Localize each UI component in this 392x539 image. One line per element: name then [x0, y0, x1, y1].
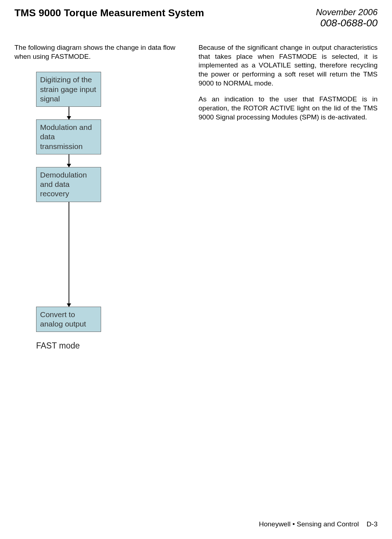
- flow-box-convert: Convert to analog output: [36, 307, 101, 332]
- paragraph-volatile: Because of the significant change in out…: [199, 43, 378, 88]
- footer-page-number: D-3: [366, 520, 378, 528]
- arrow-icon: [69, 202, 69, 307]
- document-date: November 2006: [316, 7, 378, 17]
- flow-box-modulation: Modulation and data transmission: [36, 119, 101, 154]
- left-column: The following diagram shows the change i…: [14, 43, 180, 351]
- document-title: TMS 9000 Torque Measurement System: [14, 7, 204, 19]
- page-footer: Honeywell • Sensing and Control D-3: [259, 520, 378, 528]
- flow-box-demodulation: Demodulation and data recovery: [36, 167, 101, 202]
- arrow-icon: [69, 154, 69, 167]
- bullet-icon: •: [292, 520, 295, 528]
- page-header: TMS 9000 Torque Measurement System Novem…: [14, 7, 378, 29]
- header-meta: November 2006 008-0688-00: [316, 7, 378, 29]
- flow-box-digitizing: Digitizing of the strain gage input sign…: [36, 72, 101, 107]
- footer-division: Sensing and Control: [297, 520, 359, 528]
- arrow-icon: [69, 107, 69, 119]
- intro-paragraph: The following diagram shows the change i…: [14, 43, 180, 61]
- paragraph-rotor-active: As an indication to the user that FASTMO…: [199, 95, 378, 122]
- flowchart-diagram: Digitizing of the strain gage input sign…: [36, 72, 180, 351]
- content-columns: The following diagram shows the change i…: [14, 43, 378, 351]
- document-number: 008-0688-00: [316, 17, 378, 29]
- diagram-caption: FAST mode: [36, 341, 180, 351]
- right-column: Because of the significant change in out…: [199, 43, 378, 351]
- footer-company: Honeywell: [259, 520, 291, 528]
